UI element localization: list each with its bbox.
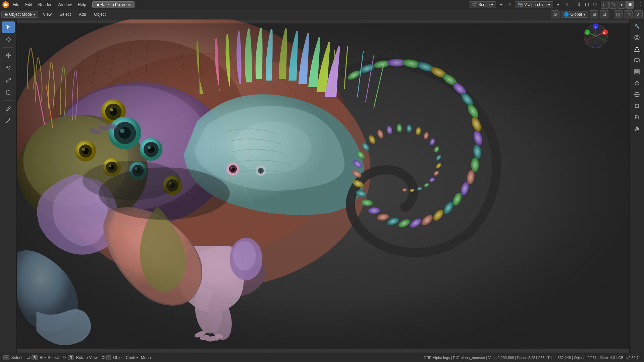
view-layer-new-icon[interactable]: + (554, 1, 562, 8)
object-properties-icon[interactable] (631, 101, 643, 111)
toolbar-add[interactable]: Add (75, 11, 89, 18)
tool-rotate[interactable] (2, 62, 15, 73)
right-icon-panel: 🔧 (629, 19, 644, 353)
snap-icon[interactable]: ⊞ (590, 10, 598, 18)
select-label: Select (11, 355, 22, 360)
scene-delete-icon[interactable]: ✕ (506, 1, 514, 8)
tool-move[interactable] (2, 50, 15, 61)
svg-rect-170 (635, 73, 639, 74)
svg-line-16 (6, 119, 10, 123)
scene-settings-icon[interactable] (631, 78, 643, 88)
view-layer-delete-icon[interactable]: ✕ (563, 1, 571, 8)
view-layer-icon: 📷 (518, 2, 523, 7)
scene-new-icon[interactable]: + (497, 1, 505, 8)
proportional-edit-icon[interactable]: ⊡ (600, 10, 608, 18)
menu-render[interactable]: Render (36, 1, 54, 8)
mode-chevron: ▾ (33, 12, 35, 17)
tool-annotate[interactable] (2, 103, 15, 114)
render-properties-icon[interactable] (631, 44, 643, 54)
header-right: 🎬 Scene ▾ + ✕ 📷 V-alpha.high ▾ + ✕ ℹ ◫ ⚙… (469, 1, 644, 9)
object-mode-dropdown[interactable]: ◉ Object Mode ▾ (1, 11, 38, 18)
tool-transform[interactable] (2, 87, 15, 98)
status-rotate-view: ↻ R Rotate View (63, 355, 98, 360)
settings-icon-header[interactable]: ⚙ (591, 1, 599, 8)
svg-line-11 (6, 78, 10, 82)
view-layer-properties-icon[interactable] (631, 66, 643, 77)
toolbar-object[interactable]: Object (91, 11, 109, 18)
header-left: File Edit Render Window Help ◀ Back to P… (0, 1, 137, 8)
toolbar-view[interactable]: View (40, 11, 55, 18)
particle-properties-icon[interactable] (631, 123, 643, 134)
viewport-background (17, 19, 629, 353)
svg-point-158 (584, 38, 588, 42)
menu-window[interactable]: Window (55, 1, 74, 8)
info-icon[interactable]: ℹ (575, 1, 583, 8)
shading-icon[interactable]: ∧ (634, 10, 643, 18)
rotate-label: Rotate View (76, 355, 97, 360)
tool-scale[interactable] (2, 74, 15, 86)
overlay-icon[interactable]: ◫ (614, 10, 623, 18)
global-chevron: ▾ (583, 12, 585, 17)
creature-3d-scene (17, 19, 629, 353)
scene-icon: 🎬 (472, 2, 477, 7)
svg-point-163 (635, 35, 639, 40)
svg-point-4 (7, 38, 10, 41)
toolbar-select[interactable]: Select (56, 11, 74, 18)
scene-properties-icon[interactable] (631, 32, 643, 43)
output-properties-icon[interactable] (631, 55, 643, 66)
mode-icon: ◉ (4, 12, 8, 17)
tool-cursor[interactable] (2, 34, 15, 45)
svg-rect-174 (635, 104, 639, 108)
svg-point-162 (594, 44, 598, 48)
back-to-previous-button[interactable]: ◀ Back to Previous (92, 1, 135, 8)
svg-point-178 (637, 128, 639, 130)
world-properties-icon[interactable] (631, 89, 643, 100)
svg-point-176 (635, 129, 636, 131)
svg-rect-12 (7, 91, 10, 94)
blender-logo (2, 1, 9, 8)
properties-tool-icon[interactable]: 🔧 (631, 21, 643, 32)
box-select-icon: ☐ (26, 355, 30, 360)
back-icon: ◀ (96, 2, 99, 7)
toolbar-bar: ◉ Object Mode ▾ View Select Add Object ⊙… (0, 9, 644, 19)
menu-edit[interactable]: Edit (22, 1, 35, 8)
menu-file[interactable]: File (10, 1, 22, 8)
sidebar-sep-2 (3, 100, 14, 101)
select-key: ~ (3, 355, 9, 360)
status-select: ~ Select (3, 355, 22, 360)
view-layer-selector[interactable]: 📷 V-alpha.high ▾ (515, 1, 553, 8)
status-info-text: GRP-Alpha.legs | RIG-alpha_monster | Ver… (424, 356, 641, 360)
fullscreen-icon[interactable]: ⛶ (635, 1, 642, 8)
box-select-label: Box Select (40, 355, 59, 360)
xray-icon[interactable]: ◻ (624, 10, 633, 18)
svg-point-164 (636, 37, 638, 39)
scene-dropdown-icon: ▾ (491, 2, 493, 7)
tool-measure[interactable] (2, 115, 15, 126)
svg-text:X: X (603, 32, 605, 35)
scene-selector[interactable]: 🎬 Scene ▾ (469, 1, 496, 8)
transform-global-dropdown[interactable]: 🌐 Global ▾ (561, 11, 588, 18)
transform-pivot-icon[interactable]: ⊙ (551, 10, 559, 18)
render-rendered-btn[interactable]: 🔲 (626, 1, 634, 9)
sidebar-sep-1 (3, 47, 14, 48)
view-icon-header[interactable]: ◫ (583, 1, 591, 8)
menu-help[interactable]: Help (75, 1, 89, 8)
rotate-icon: ↻ (63, 355, 66, 360)
box-select-key: B (32, 355, 38, 360)
context-icon: ⊡ (102, 355, 105, 360)
modifier-properties-icon[interactable] (631, 112, 643, 123)
view-layer-dropdown-icon: ▾ (548, 2, 550, 7)
render-solid-btn[interactable]: ◻ (601, 1, 609, 9)
status-context-menu: ⊡ . Object Context Menu (102, 355, 151, 360)
render-wireframe-btn[interactable]: ⬡ (609, 1, 617, 9)
render-material-btn[interactable]: ● (618, 1, 626, 9)
navigation-gizmo[interactable]: X Y Z (582, 23, 609, 50)
back-label: Back to Previous (101, 2, 131, 7)
status-bar: ~ Select ☐ B Box Select ↻ R Rotate View … (0, 353, 644, 362)
svg-line-15 (6, 110, 7, 111)
context-key: . (106, 355, 111, 360)
tool-select[interactable] (2, 21, 15, 33)
mode-label: Object Mode (9, 12, 32, 17)
viewport[interactable]: X Y Z (17, 19, 629, 353)
svg-marker-165 (635, 47, 639, 51)
